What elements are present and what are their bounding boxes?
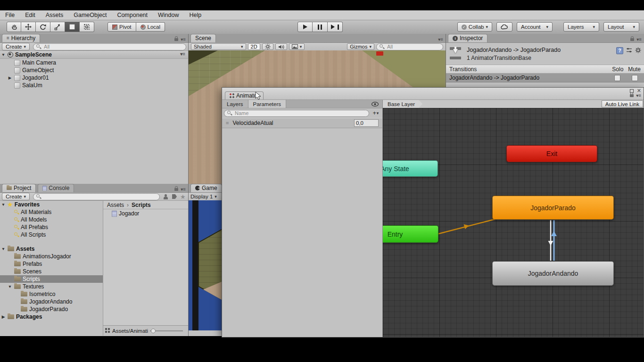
pivot-toggle-button[interactable]: Pivot (107, 22, 136, 32)
state-node-entry[interactable]: Entry (383, 225, 438, 243)
tab-layers[interactable]: Layers (222, 100, 248, 108)
search-by-type-icon[interactable] (163, 194, 169, 199)
breadcrumb-current[interactable]: Scripts (132, 202, 151, 208)
help-icon[interactable]: ? (616, 47, 623, 54)
lock-icon[interactable] (174, 38, 178, 41)
project-search[interactable] (33, 193, 160, 200)
hierarchy-item-jogador01[interactable]: ▶ Jogador01 (0, 74, 188, 82)
thumbnail-size-slider[interactable] (150, 330, 183, 331)
animator-titlebar[interactable]: Animator ✕ ▾≡ (222, 88, 644, 100)
packages-root[interactable]: ▶ Packages (0, 313, 103, 321)
rect-tool-button[interactable] (65, 22, 80, 32)
folder-scripts-selected[interactable]: Scripts (0, 275, 103, 283)
folder-jogadorandando[interactable]: JogadorAndando (0, 298, 103, 305)
cloud-button[interactable] (496, 22, 512, 32)
tab-inspector[interactable]: i Inspector (448, 34, 487, 42)
folder-textures[interactable]: ▼ Textures (0, 283, 103, 290)
scene-root-row[interactable]: ▼ SampleScene ▾≡ (0, 51, 188, 59)
menu-component[interactable]: Component (112, 12, 153, 18)
local-toggle-button[interactable]: Local (136, 22, 165, 32)
audio-toggle-button[interactable] (275, 43, 287, 50)
parameter-value-field[interactable] (354, 119, 379, 127)
presets-icon[interactable] (626, 47, 632, 53)
favorites-star-icon[interactable]: ★ (180, 194, 186, 200)
folder-scenes[interactable]: Scenes (0, 268, 103, 275)
asset-item-jogador[interactable]: Jogador (103, 209, 188, 218)
lock-icon[interactable] (174, 188, 178, 191)
favorite-all-materials[interactable]: All Materials (0, 208, 103, 216)
effects-dropdown[interactable]: ▾ (289, 43, 305, 50)
tab-scene[interactable]: Scene (190, 34, 216, 42)
transition-list-row[interactable]: JogadorAndando -> JogadorParado (446, 74, 644, 82)
layer-breadcrumb[interactable]: Base Layer (383, 100, 422, 108)
eye-toggle[interactable] (372, 100, 382, 108)
display-dropdown[interactable]: Display 1▾ (190, 194, 217, 199)
assets-root[interactable]: ▼ Assets (0, 245, 103, 253)
expand-arrow-icon[interactable]: ▶ (8, 75, 12, 80)
solo-checkbox[interactable] (614, 75, 620, 81)
menu-file[interactable]: File (0, 12, 20, 18)
parameter-row[interactable]: = VelocidadeAtual (222, 118, 382, 128)
layers-dropdown[interactable]: Layers▾ (563, 22, 599, 32)
collab-dropdown[interactable]: ✓ Collab▾ (457, 22, 492, 32)
tab-project[interactable]: Project (2, 184, 36, 192)
menu-gameobject[interactable]: GameObject (68, 12, 112, 18)
2d-toggle-button[interactable]: 2D (248, 43, 260, 50)
add-parameter-button[interactable]: +▾ (371, 110, 380, 116)
menu-assets[interactable]: Assets (41, 12, 69, 18)
gizmos-dropdown[interactable]: Gizmos▾ (347, 43, 374, 50)
scene-menu-icon[interactable]: ▾≡ (180, 52, 185, 56)
drag-handle-icon[interactable]: = (226, 120, 229, 126)
lock-icon[interactable] (630, 94, 634, 97)
state-node-any-state[interactable]: Any State (383, 160, 438, 177)
hierarchy-item-salaum[interactable]: SalaUm (0, 82, 188, 89)
folder-isometrico[interactable]: Isometrico (0, 290, 103, 298)
hierarchy-create-button[interactable]: Create▾ (2, 43, 30, 50)
panel-menu-icon[interactable]: ▾≡ (181, 38, 186, 41)
scene-search[interactable] (376, 43, 443, 50)
move-tool-button[interactable] (21, 22, 36, 32)
close-icon[interactable]: ✕ (637, 89, 641, 93)
panel-menu-icon[interactable]: ▾≡ (438, 38, 443, 41)
state-node-jogadorparado[interactable]: JogadorParado (492, 196, 614, 220)
project-create-button[interactable]: Create▾ (2, 193, 30, 200)
state-node-jogadorandando[interactable]: JogadorAndando (492, 261, 614, 286)
lock-icon[interactable] (630, 38, 634, 41)
tab-parameters[interactable]: Parameters (248, 100, 286, 108)
graph-canvas[interactable]: Exit Any State JogadorParado Entry Jogad… (383, 108, 644, 337)
transform-tool-button[interactable] (80, 22, 94, 32)
hierarchy-search-input[interactable] (43, 43, 183, 50)
parameter-search-input[interactable] (234, 110, 366, 116)
rotate-tool-button[interactable] (36, 22, 50, 32)
panel-menu-icon[interactable]: ▾≡ (636, 38, 642, 41)
hierarchy-search[interactable] (33, 43, 186, 50)
favorite-all-prefabs[interactable]: All Prefabs (0, 223, 103, 231)
tab-game[interactable]: Game (190, 184, 222, 192)
draw-mode-dropdown[interactable]: Shaded▾ (191, 43, 246, 50)
lighting-toggle-button[interactable] (262, 43, 273, 50)
auto-live-link-button[interactable]: Auto Live Link (602, 100, 643, 107)
search-by-label-icon[interactable] (172, 194, 177, 199)
hierarchy-item-gameobject[interactable]: GameObject (0, 66, 188, 74)
breadcrumb-root[interactable]: Assets (107, 202, 124, 208)
project-search-input[interactable] (43, 193, 157, 200)
pause-button[interactable] (313, 22, 328, 32)
account-dropdown[interactable]: Account▾ (517, 22, 553, 32)
parameter-search[interactable] (224, 110, 369, 117)
state-node-exit[interactable]: Exit (506, 145, 597, 162)
mute-checkbox[interactable] (632, 75, 638, 81)
folder-animationsjogador[interactable]: AnimationsJogador (0, 253, 103, 260)
layout-dropdown[interactable]: Layout▾ (603, 22, 639, 32)
favorite-all-models[interactable]: All Models (0, 216, 103, 223)
menu-help[interactable]: Help (184, 12, 206, 18)
foldout-arrow-icon[interactable]: ▼ (1, 52, 6, 57)
hand-tool-button[interactable] (7, 22, 21, 32)
folder-jogadorparado[interactable]: JogadorParado (0, 305, 103, 313)
hierarchy-item-main-camera[interactable]: Main Camera (0, 59, 188, 66)
scale-tool-button[interactable] (50, 22, 65, 32)
panel-menu-icon[interactable]: ▾≡ (636, 94, 641, 98)
menu-window[interactable]: Window (153, 12, 184, 18)
folder-prefabs[interactable]: Prefabs (0, 260, 103, 268)
tab-console[interactable]: Console (38, 184, 74, 192)
menu-edit[interactable]: Edit (20, 12, 41, 18)
